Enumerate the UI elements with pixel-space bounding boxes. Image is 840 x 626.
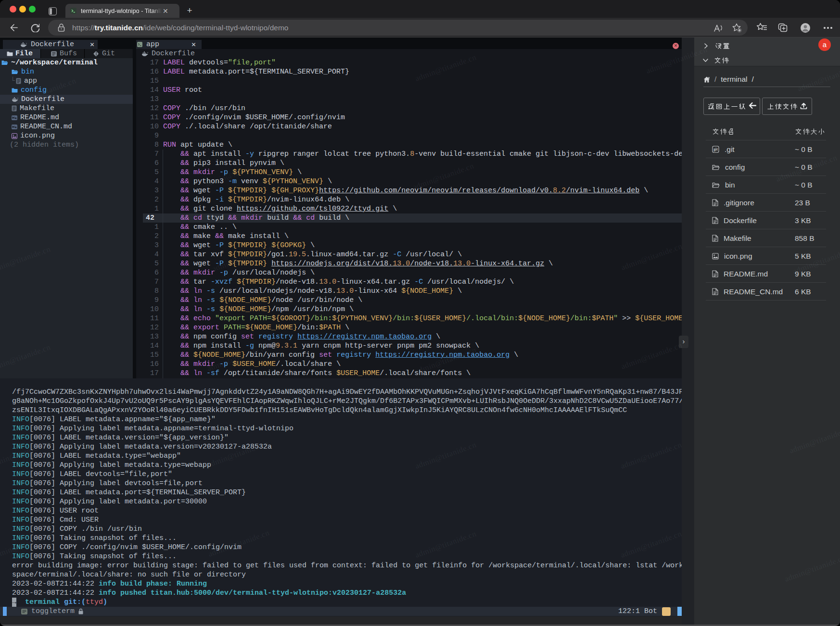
- svg-text:git: git: [713, 147, 718, 151]
